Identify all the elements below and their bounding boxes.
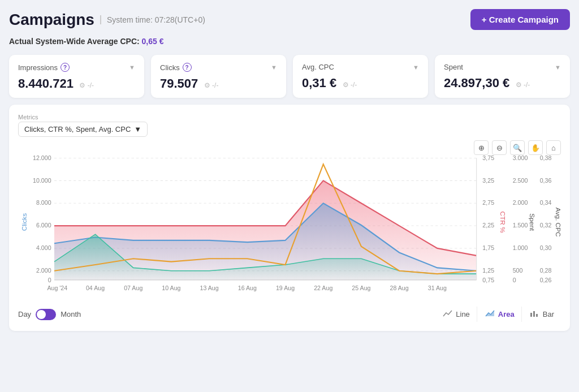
svg-text:2.000: 2.000: [513, 199, 528, 206]
area-chart-button[interactable]: Area: [478, 307, 522, 322]
spent-value: 24.897,30 € ⚙ -/-: [444, 76, 561, 91]
svg-text:2.500: 2.500: [513, 177, 528, 184]
metric-card-clicks-header: Clicks ? ▼: [160, 63, 277, 72]
metrics-select-value: Clicks, CTR %, Spent, Avg. CPC: [24, 125, 131, 133]
svg-rect-53: [533, 311, 535, 317]
chart-svg-container: 12.000 10.000 8.000 6.000 4.000 2.000 0 …: [18, 146, 561, 304]
bottom-bar: Day Month Line Area: [18, 304, 561, 322]
svg-text:4.000: 4.000: [36, 244, 51, 251]
svg-text:0,30: 0,30: [540, 244, 552, 251]
metrics-select-chevron-icon: ▼: [134, 125, 141, 133]
svg-text:1,75: 1,75: [482, 244, 494, 251]
system-time: System time: 07:28(UTC+0): [100, 15, 205, 24]
day-label: Day: [18, 310, 31, 318]
avg-cpc-label: Avg. CPC: [302, 63, 334, 71]
svg-text:04 Aug: 04 Aug: [86, 285, 105, 291]
svg-text:1,25: 1,25: [482, 267, 494, 274]
bar-icon: [530, 309, 540, 319]
line-chart-button[interactable]: Line: [436, 307, 477, 322]
chart-svg: 12.000 10.000 8.000 6.000 4.000 2.000 0 …: [18, 146, 561, 304]
toggle-knob: [37, 310, 46, 319]
zoom-in-button[interactable]: ⊕: [474, 140, 489, 155]
header: Campaigns System time: 07:28(UTC+0) + Cr…: [9, 9, 570, 30]
create-campaign-button[interactable]: + Create Campaign: [470, 9, 570, 30]
svg-text:0,36: 0,36: [540, 177, 552, 184]
metrics-select-label: Metrics: [18, 114, 148, 120]
spent-label: Spent: [444, 63, 463, 71]
chart-wrapper: ⊕ ⊖ 🔍 ✋ ⌂: [18, 146, 561, 304]
svg-text:3,75: 3,75: [482, 154, 494, 161]
impressions-chevron-icon[interactable]: ▼: [129, 64, 135, 71]
spent-chevron-icon[interactable]: ▼: [555, 64, 561, 71]
clicks-help-icon[interactable]: ?: [183, 63, 192, 72]
clicks-label: Clicks ?: [160, 63, 192, 72]
svg-text:28 Aug: 28 Aug: [390, 285, 409, 291]
chart-toolbar: ⊕ ⊖ 🔍 ✋ ⌂: [474, 140, 561, 155]
pan-button[interactable]: ✋: [528, 140, 543, 155]
svg-text:0: 0: [48, 277, 51, 283]
svg-text:0,26: 0,26: [540, 277, 552, 283]
svg-text:0,75: 0,75: [482, 277, 494, 283]
svg-text:12.000: 12.000: [33, 154, 51, 161]
line-icon: [443, 309, 453, 319]
svg-text:07 Aug: 07 Aug: [124, 285, 142, 291]
bar-label: Bar: [543, 310, 554, 318]
bar-chart-button[interactable]: Bar: [523, 307, 561, 322]
search-tool-button[interactable]: 🔍: [510, 140, 525, 155]
area-label: Area: [498, 310, 515, 318]
page-container: Campaigns System time: 07:28(UTC+0) + Cr…: [9, 9, 570, 331]
svg-text:Clicks: Clicks: [20, 213, 28, 231]
svg-text:Aug '24: Aug '24: [47, 285, 67, 291]
svg-text:2.000: 2.000: [36, 267, 51, 274]
metric-card-avg-cpc: Avg. CPC ▼ 0,31 € ⚙ -/-: [293, 55, 428, 98]
metric-card-spent-header: Spent ▼: [444, 63, 561, 71]
avg-cpc-chevron-icon[interactable]: ▼: [413, 64, 419, 71]
metrics-select-dropdown[interactable]: Clicks, CTR %, Spent, Avg. CPC ▼: [18, 122, 148, 137]
metric-card-avg-cpc-header: Avg. CPC ▼: [302, 63, 419, 71]
svg-text:3,25: 3,25: [482, 177, 494, 184]
day-month-toggle[interactable]: [36, 309, 56, 320]
month-label: Month: [61, 310, 81, 318]
clicks-chevron-icon[interactable]: ▼: [271, 64, 277, 71]
svg-text:19 Aug: 19 Aug: [276, 285, 295, 291]
cpc-value: 0,65 €: [142, 37, 164, 46]
impressions-help-icon[interactable]: ?: [61, 63, 70, 72]
cpc-line: Actual System-Wide Average CPC: 0,65 €: [9, 37, 570, 46]
page-title: Campaigns: [9, 11, 94, 29]
svg-text:0: 0: [513, 277, 516, 283]
metric-card-impressions: Impressions ? ▼ 8.440.721 ⚙ -/-: [9, 55, 144, 98]
metric-card-impressions-header: Impressions ? ▼: [18, 63, 135, 72]
impressions-label: Impressions ?: [18, 63, 70, 72]
svg-text:22 Aug: 22 Aug: [314, 285, 332, 291]
svg-rect-52: [530, 313, 532, 317]
svg-text:500: 500: [513, 267, 523, 274]
svg-text:0,32: 0,32: [540, 222, 552, 229]
avg-cpc-value: 0,31 € ⚙ -/-: [302, 76, 419, 91]
svg-text:13 Aug: 13 Aug: [200, 285, 219, 291]
cpc-label: Actual System-Wide Average CPC:: [9, 37, 140, 46]
home-button[interactable]: ⌂: [546, 140, 561, 155]
svg-text:10.000: 10.000: [33, 177, 51, 184]
chart-type-group: Line Area Bar: [436, 307, 561, 322]
header-left: Campaigns System time: 07:28(UTC+0): [9, 11, 205, 29]
svg-text:2,75: 2,75: [482, 199, 494, 206]
svg-text:31 Aug: 31 Aug: [428, 285, 447, 291]
svg-text:0,34: 0,34: [540, 199, 552, 206]
impressions-value: 8.440.721 ⚙ -/-: [18, 76, 135, 91]
svg-text:2,25: 2,25: [482, 222, 494, 229]
day-month-toggle-group: Day Month: [18, 309, 81, 320]
svg-text:1.500: 1.500: [513, 222, 528, 229]
svg-text:25 Aug: 25 Aug: [352, 285, 370, 291]
metric-card-clicks: Clicks ? ▼ 79.507 ⚙ -/-: [151, 55, 286, 98]
metrics-select-row: Metrics Clicks, CTR %, Spent, Avg. CPC ▼: [18, 114, 561, 137]
svg-text:Spent: Spent: [529, 213, 536, 231]
svg-text:0,38: 0,38: [540, 154, 552, 161]
clicks-value: 79.507 ⚙ -/-: [160, 76, 277, 91]
zoom-out-button[interactable]: ⊖: [492, 140, 507, 155]
svg-text:CTR %: CTR %: [499, 212, 507, 234]
svg-text:Avg. CPC: Avg. CPC: [555, 208, 561, 237]
svg-text:8.000: 8.000: [36, 199, 51, 206]
metric-cards: Impressions ? ▼ 8.440.721 ⚙ -/- Clicks ?…: [9, 55, 570, 98]
chart-panel: Metrics Clicks, CTR %, Spent, Avg. CPC ▼…: [9, 105, 570, 331]
line-label: Line: [456, 310, 470, 318]
